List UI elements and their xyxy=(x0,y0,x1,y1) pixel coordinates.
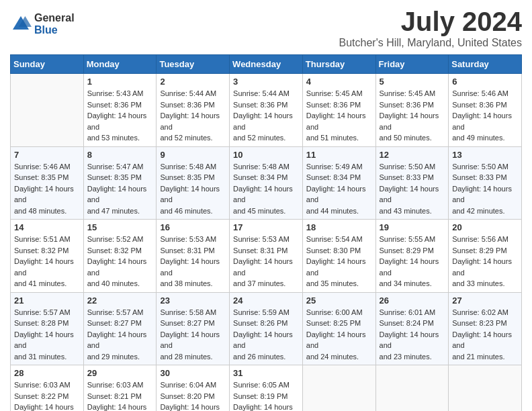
daylight-line1: Daylight: 14 hours and xyxy=(87,183,153,205)
sunset-text: Sunset: 8:25 PM xyxy=(306,318,372,329)
table-row: 1Sunrise: 5:43 AMSunset: 8:36 PMDaylight… xyxy=(83,74,157,147)
table-row: 28Sunrise: 6:03 AMSunset: 8:22 PMDayligh… xyxy=(11,365,84,412)
daylight-line2: and 40 minutes. xyxy=(87,278,153,289)
day-number: 15 xyxy=(87,222,153,232)
day-number: 10 xyxy=(233,150,299,160)
table-row xyxy=(302,365,375,412)
cell-content: Sunrise: 5:50 AMSunset: 8:33 PMDaylight:… xyxy=(380,161,445,217)
sunrise-text: Sunrise: 6:05 AM xyxy=(233,379,299,391)
daylight-line2: and 26 minutes. xyxy=(233,351,299,363)
daylight-line2: and 23 minutes. xyxy=(380,351,445,363)
daylight-line1: Daylight: 14 hours and xyxy=(14,329,80,351)
day-number: 18 xyxy=(306,222,372,232)
sunset-text: Sunset: 8:33 PM xyxy=(452,172,518,183)
table-row: 31Sunrise: 6:05 AMSunset: 8:19 PMDayligh… xyxy=(230,365,303,412)
cell-content: Sunrise: 5:44 AMSunset: 8:36 PMDaylight:… xyxy=(233,88,299,144)
logo-text: General Blue xyxy=(34,12,75,36)
sunset-text: Sunset: 8:34 PM xyxy=(306,172,372,183)
daylight-line2: and 43 minutes. xyxy=(380,205,445,217)
sunset-text: Sunset: 8:23 PM xyxy=(452,318,518,329)
day-number: 9 xyxy=(160,150,226,160)
table-row: 6Sunrise: 5:46 AMSunset: 8:36 PMDaylight… xyxy=(449,74,522,147)
daylight-line1: Daylight: 14 hours and xyxy=(306,183,372,205)
table-row: 30Sunrise: 6:04 AMSunset: 8:20 PMDayligh… xyxy=(157,365,230,412)
daylight-line1: Daylight: 14 hours and xyxy=(233,402,299,411)
sunset-text: Sunset: 8:20 PM xyxy=(160,391,226,402)
daylight-line1: Daylight: 14 hours and xyxy=(160,402,226,411)
cell-content: Sunrise: 5:45 AMSunset: 8:36 PMDaylight:… xyxy=(380,88,445,144)
table-row: 18Sunrise: 5:54 AMSunset: 8:30 PMDayligh… xyxy=(302,220,375,293)
sunrise-text: Sunrise: 6:01 AM xyxy=(380,307,445,318)
cell-content: Sunrise: 5:46 AMSunset: 8:35 PMDaylight:… xyxy=(14,161,80,217)
daylight-line2: and 28 minutes. xyxy=(160,351,226,363)
day-number: 14 xyxy=(14,222,80,232)
day-number: 12 xyxy=(380,150,445,160)
sunrise-text: Sunrise: 5:46 AM xyxy=(14,161,80,173)
daylight-line1: Daylight: 14 hours and xyxy=(87,110,153,132)
daylight-line2: and 46 minutes. xyxy=(160,205,226,217)
sunrise-text: Sunrise: 5:59 AM xyxy=(233,307,299,318)
sunset-text: Sunset: 8:35 PM xyxy=(160,172,226,183)
col-thursday: Thursday xyxy=(302,55,375,74)
day-number: 27 xyxy=(452,295,518,306)
cell-content: Sunrise: 5:56 AMSunset: 8:29 PMDaylight:… xyxy=(452,234,518,289)
table-row: 16Sunrise: 5:53 AMSunset: 8:31 PMDayligh… xyxy=(157,220,230,293)
daylight-line2: and 38 minutes. xyxy=(160,278,226,289)
daylight-line1: Daylight: 14 hours and xyxy=(160,110,226,132)
logo-icon xyxy=(10,13,32,35)
table-row: 24Sunrise: 5:59 AMSunset: 8:26 PMDayligh… xyxy=(230,292,303,365)
location: Butcher's Hill, Maryland, United States xyxy=(339,37,523,49)
daylight-line2: and 42 minutes. xyxy=(452,205,518,217)
sunset-text: Sunset: 8:36 PM xyxy=(160,99,226,111)
month-title: July 2024 xyxy=(339,7,523,37)
daylight-line1: Daylight: 14 hours and xyxy=(87,256,153,278)
day-number: 29 xyxy=(87,368,153,378)
daylight-line1: Daylight: 14 hours and xyxy=(14,183,80,205)
daylight-line2: and 35 minutes. xyxy=(306,278,372,289)
day-number: 28 xyxy=(14,368,80,378)
sunrise-text: Sunrise: 6:04 AM xyxy=(160,379,226,391)
daylight-line2: and 41 minutes. xyxy=(14,278,80,289)
cell-content: Sunrise: 5:43 AMSunset: 8:36 PMDaylight:… xyxy=(87,88,153,144)
sunrise-text: Sunrise: 5:47 AM xyxy=(87,161,153,173)
sunset-text: Sunset: 8:24 PM xyxy=(380,318,445,329)
cell-content: Sunrise: 5:50 AMSunset: 8:33 PMDaylight:… xyxy=(452,161,518,217)
sunrise-text: Sunrise: 6:00 AM xyxy=(306,307,372,318)
sunset-text: Sunset: 8:29 PM xyxy=(452,245,518,257)
daylight-line2: and 51 minutes. xyxy=(306,132,372,144)
cell-content: Sunrise: 6:02 AMSunset: 8:23 PMDaylight:… xyxy=(452,307,518,363)
table-row: 2Sunrise: 5:44 AMSunset: 8:36 PMDaylight… xyxy=(157,74,230,147)
cell-content: Sunrise: 6:00 AMSunset: 8:25 PMDaylight:… xyxy=(306,307,372,363)
sunrise-text: Sunrise: 5:57 AM xyxy=(87,307,153,318)
sunset-text: Sunset: 8:30 PM xyxy=(306,245,372,257)
sunset-text: Sunset: 8:34 PM xyxy=(233,172,299,183)
cell-content: Sunrise: 5:59 AMSunset: 8:26 PMDaylight:… xyxy=(233,307,299,363)
table-row: 19Sunrise: 5:55 AMSunset: 8:29 PMDayligh… xyxy=(375,220,449,293)
header: General Blue July 2024 Butcher's Hill, M… xyxy=(10,7,522,49)
sunset-text: Sunset: 8:36 PM xyxy=(87,99,153,111)
daylight-line1: Daylight: 14 hours and xyxy=(380,256,445,278)
cell-content: Sunrise: 5:49 AMSunset: 8:34 PMDaylight:… xyxy=(306,161,372,217)
table-row: 4Sunrise: 5:45 AMSunset: 8:36 PMDaylight… xyxy=(302,74,375,147)
daylight-line2: and 31 minutes. xyxy=(14,351,80,363)
col-friday: Friday xyxy=(375,55,449,74)
col-tuesday: Tuesday xyxy=(157,55,230,74)
sunrise-text: Sunrise: 5:58 AM xyxy=(160,307,226,318)
daylight-line2: and 50 minutes. xyxy=(380,132,445,144)
day-number: 13 xyxy=(452,150,518,160)
table-row: 27Sunrise: 6:02 AMSunset: 8:23 PMDayligh… xyxy=(449,292,522,365)
table-row: 26Sunrise: 6:01 AMSunset: 8:24 PMDayligh… xyxy=(375,292,449,365)
day-number: 20 xyxy=(452,222,518,232)
day-number: 16 xyxy=(160,222,226,232)
day-number: 23 xyxy=(160,295,226,306)
table-row: 29Sunrise: 6:03 AMSunset: 8:21 PMDayligh… xyxy=(83,365,157,412)
table-row: 25Sunrise: 6:00 AMSunset: 8:25 PMDayligh… xyxy=(302,292,375,365)
sunset-text: Sunset: 8:31 PM xyxy=(160,245,226,257)
title-area: July 2024 Butcher's Hill, Maryland, Unit… xyxy=(339,7,523,49)
daylight-line1: Daylight: 14 hours and xyxy=(233,183,299,205)
sunset-text: Sunset: 8:27 PM xyxy=(87,318,153,329)
daylight-line1: Daylight: 14 hours and xyxy=(14,402,80,411)
day-number: 7 xyxy=(14,150,80,160)
sunset-text: Sunset: 8:36 PM xyxy=(306,99,372,111)
cell-content: Sunrise: 6:01 AMSunset: 8:24 PMDaylight:… xyxy=(380,307,445,363)
